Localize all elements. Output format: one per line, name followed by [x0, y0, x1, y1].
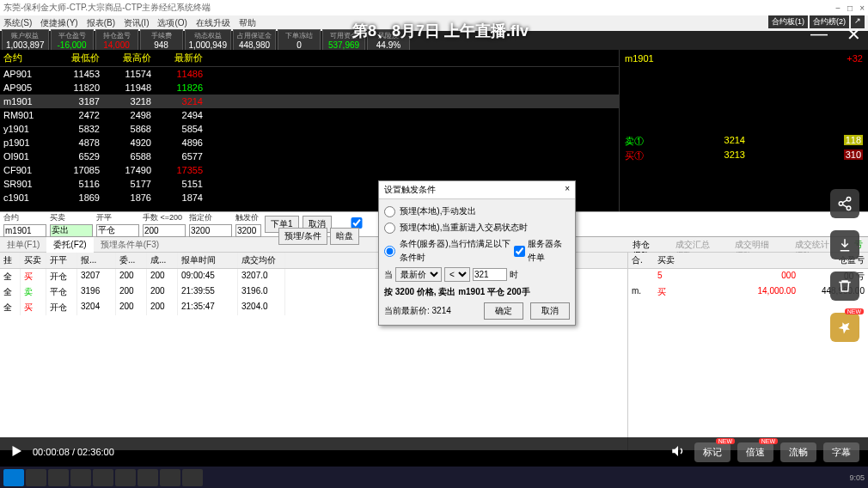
svg-point-0: [847, 198, 851, 202]
oh-1: 挂: [0, 253, 21, 268]
oh-3: 开平: [46, 253, 77, 268]
task-icon[interactable]: [48, 469, 69, 486]
menu-info[interactable]: 资讯(I): [124, 17, 149, 29]
menu-update[interactable]: 在线升级: [196, 17, 230, 29]
close-icon[interactable]: ×: [859, 3, 865, 13]
pin-icon[interactable]: NEW: [830, 313, 859, 342]
taskbar: 9:05: [0, 467, 868, 488]
dialog-r2: 预埋(本地),当重新进入交易状态时: [400, 221, 528, 235]
dialog-unit: 时: [510, 268, 518, 282]
task-icon[interactable]: [115, 469, 136, 486]
tab-positions[interactable]: 持仓(F6): [627, 237, 670, 252]
dialog-value-input[interactable]: [473, 268, 507, 281]
oe-lots-label: 手数: [143, 213, 158, 222]
task-icon[interactable]: [93, 469, 113, 486]
dialog-radio-1[interactable]: [384, 206, 395, 217]
oe-lots-input[interactable]: [143, 224, 186, 237]
dialog-cancel-button[interactable]: 取消: [530, 302, 570, 320]
player-close-icon[interactable]: ✕: [847, 24, 861, 45]
ob-sell-label: 卖①: [625, 135, 659, 148]
task-icon[interactable]: [70, 469, 91, 486]
ob-buy-qty: 310: [844, 149, 863, 160]
oe-price-input[interactable]: [189, 224, 232, 237]
depth-symbol: m1901: [625, 53, 654, 64]
right-tab-1[interactable]: 合约板(1): [768, 15, 808, 28]
menu-quick[interactable]: 便捷操(Y): [40, 17, 77, 29]
stat-持仓盈亏: 持仓盈亏14,000: [95, 29, 138, 52]
oe-dark-button[interactable]: 暗盘: [330, 228, 359, 245]
play-button[interactable]: [9, 443, 24, 461]
dialog-r3a: 条件(服务器),当行情满足以下条件时: [400, 237, 511, 265]
condition-dialog: 设置触发条件 × 预埋(本地),手动发出 预埋(本地),当重新进入交易状态时 条…: [378, 180, 576, 326]
stat-账户权益: 账户权益1,003,897: [2, 29, 49, 52]
qh-low: 最低价: [52, 50, 103, 66]
dialog-server-check[interactable]: [514, 246, 525, 257]
dialog-ok-button[interactable]: 确定: [484, 302, 523, 320]
dialog-radio-3[interactable]: [384, 246, 395, 257]
quote-row[interactable]: y1901583258685854: [0, 122, 619, 136]
tab-fills-det[interactable]: 成交明细(F8): [730, 237, 789, 252]
download-icon[interactable]: [830, 230, 859, 259]
tab-fills-sum[interactable]: 成交汇总(F7): [670, 237, 730, 252]
quote-row[interactable]: CF901170851749017355: [0, 163, 619, 177]
new-badge: NEW: [845, 308, 864, 314]
oe-trigger-label: 触发价: [235, 212, 261, 223]
oe-side-input[interactable]: [50, 224, 93, 237]
oe-price-label: 指定价: [189, 212, 232, 223]
oe-side-label: 买卖: [50, 212, 93, 223]
menu-options[interactable]: 选项(O): [157, 17, 186, 29]
quote-row[interactable]: OI901652965886577: [0, 149, 619, 163]
stat-手续费: 手续费948: [140, 29, 183, 52]
oe-trigger-input[interactable]: [235, 224, 261, 237]
menu-help[interactable]: 帮助: [239, 17, 256, 29]
max-icon[interactable]: □: [847, 3, 853, 13]
ph-2: 买卖: [654, 253, 688, 268]
dialog-op-select[interactable]: <: [444, 267, 470, 282]
dialog-radio-2[interactable]: [384, 223, 395, 234]
menu-report[interactable]: 报表(B): [87, 17, 115, 29]
task-icon[interactable]: [182, 469, 203, 486]
player-speed-button[interactable]: 倍速NEW: [737, 442, 773, 462]
task-icon[interactable]: [160, 469, 180, 486]
volume-icon[interactable]: [670, 443, 686, 461]
dialog-field-select[interactable]: 最新价: [395, 267, 442, 282]
dialog-close-icon[interactable]: ×: [565, 184, 570, 196]
task-icon[interactable]: [138, 469, 158, 486]
ob-buy-price: 3213: [659, 149, 745, 162]
quote-row[interactable]: RM901247224982494: [0, 108, 619, 122]
delete-icon[interactable]: [830, 271, 859, 301]
oe-contract-label: 合约: [3, 212, 46, 223]
start-icon[interactable]: [3, 469, 24, 486]
stat-平仓盈亏: 平仓盈亏-16,000: [51, 29, 94, 52]
tab-orders[interactable]: 委托(F2): [46, 237, 93, 253]
quote-row[interactable]: m1901318732183214: [0, 95, 619, 108]
tab-conditional[interactable]: 预埋条件单(F3): [94, 237, 166, 253]
svg-line-4: [842, 204, 847, 207]
stat-下单冻结: 下单冻结0: [278, 29, 321, 52]
min-icon[interactable]: −: [835, 3, 840, 13]
quote-row[interactable]: p1901487849204896: [0, 136, 619, 149]
quote-row[interactable]: AP901114531157411486: [0, 67, 619, 81]
dialog-summary: 按 3200 价格, 卖出 m1901 平仓 200手: [384, 285, 570, 299]
depth-change: +32: [847, 53, 863, 64]
dialog-r3b: 服务器条件单: [528, 237, 570, 265]
task-icon[interactable]: [26, 469, 46, 486]
oe-oc-input[interactable]: [96, 224, 139, 237]
oe-fast-checkbox[interactable]: [335, 217, 378, 229]
player-minimize-icon[interactable]: —: [810, 24, 828, 45]
title-bar: 东莞-保利金大师-CTP.大宗商品-CTP主券经纪系统终端 − □ ×: [0, 0, 868, 15]
menu-system[interactable]: 系统(S): [3, 17, 32, 29]
player-quality-button[interactable]: 流畅: [780, 442, 816, 462]
player-subtitle-button[interactable]: 字幕: [823, 442, 859, 462]
tab-pending[interactable]: 挂单(F1): [0, 237, 46, 253]
share-icon[interactable]: [830, 189, 859, 218]
ob-sell-qty: 118: [844, 135, 863, 145]
clock: 9:05: [849, 473, 865, 482]
oe-cond-button[interactable]: 预埋/条件: [278, 228, 327, 245]
quote-header: 合约 最低价 最高价 最新价: [0, 50, 619, 67]
player-mark-button[interactable]: 标记NEW: [694, 442, 730, 462]
quote-row[interactable]: AP905118201194811826: [0, 81, 619, 95]
oe-contract-input[interactable]: [3, 224, 46, 237]
oe-lots-limit: <=200: [161, 213, 183, 222]
stat-占用保证金: 占用保证金448,980: [233, 29, 276, 52]
